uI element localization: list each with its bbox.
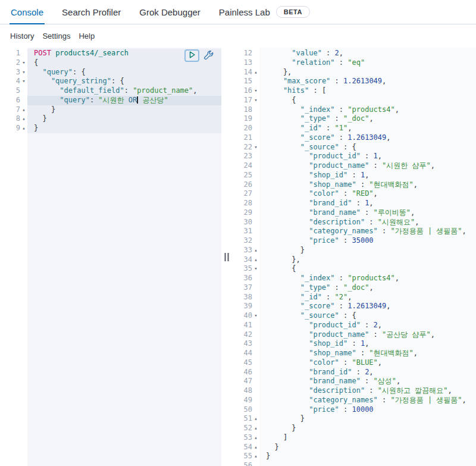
code-line[interactable]: 55▴}	[232, 452, 476, 461]
code-line[interactable]: 13"relation" : "eq"	[232, 58, 476, 68]
code-line[interactable]: 17▾{	[232, 96, 476, 105]
code-line[interactable]: 34▴},	[232, 255, 476, 265]
line-number: 22▾	[232, 143, 259, 152]
code-line[interactable]: 53▴]	[232, 433, 476, 443]
tab-painless-lab[interactable]: Painless Lab BETA	[218, 0, 311, 24]
code-text: "description" : "시원하고 깔끔해요",	[259, 386, 476, 396]
code-line[interactable]: 12"value" : 2,	[232, 49, 476, 58]
fold-toggle-icon[interactable]: ▾	[252, 264, 259, 274]
code-text: "_source" : {	[259, 311, 476, 321]
code-text: "color" : "BLUE",	[259, 358, 476, 368]
line-number: 21	[232, 133, 259, 143]
code-line[interactable]: 37"_type" : "_doc",	[232, 283, 476, 293]
request-options-button[interactable]	[202, 50, 214, 62]
code-line[interactable]: 30"description" : "시원해요",	[232, 218, 476, 227]
tab-console[interactable]: Console	[10, 0, 45, 24]
code-line[interactable]: 21"_score" : 1.2613049,	[232, 133, 476, 143]
fold-toggle-icon[interactable]: ▴	[252, 246, 259, 255]
response-viewer[interactable]: 11▾"total" : {12"value" : 2,13"relation"…	[232, 48, 476, 466]
fold-toggle-icon[interactable]: ▾	[252, 311, 259, 321]
code-line[interactable]: 28"brand_id" : 1,	[232, 199, 476, 208]
code-line[interactable]: 3▾"query": {	[0, 68, 221, 77]
code-line[interactable]: 27"color" : "RED",	[232, 189, 476, 199]
line-number: 4▾	[0, 77, 27, 86]
code-line[interactable]: 52▴}	[232, 424, 476, 433]
code-line[interactable]: 41"product_id" : 2,	[232, 321, 476, 330]
code-line[interactable]: 48"description" : "시원하고 깔끔해요",	[232, 386, 476, 396]
code-line[interactable]: 9▴}	[0, 124, 221, 133]
send-request-button[interactable]	[184, 49, 199, 62]
fold-toggle-icon[interactable]: ▴	[20, 105, 27, 115]
code-line[interactable]: 35▾{	[232, 264, 476, 274]
code-line[interactable]: 43"shop_id" : 1,	[232, 339, 476, 349]
code-line[interactable]: 20"_id" : "1",	[232, 124, 476, 133]
code-line[interactable]: 33▴}	[232, 246, 476, 255]
code-line[interactable]: 42"product_name" : "공산당 샴푸",	[232, 330, 476, 340]
dev-tools-console: Console Search Profiler Grok Debugger Pa…	[0, 0, 476, 466]
line-number: 30	[232, 218, 259, 227]
tab-painless-lab-label: Painless Lab	[219, 7, 270, 17]
code-line[interactable]: 51▴}	[232, 414, 476, 424]
code-line[interactable]: 50"price" : 10000	[232, 405, 476, 415]
tab-search-profiler-label: Search Profiler	[62, 7, 121, 17]
line-number: 41	[232, 321, 259, 330]
fold-toggle-icon[interactable]: ▴	[252, 414, 259, 424]
menu-help[interactable]: Help	[74, 29, 99, 43]
code-line[interactable]: 14▴},	[232, 68, 476, 77]
menu-settings[interactable]: Settings	[38, 29, 74, 43]
code-line[interactable]: 36"_index" : "products4",	[232, 274, 476, 283]
pane-splitter[interactable]	[221, 48, 232, 466]
code-line[interactable]: 25"shop_id" : 1,	[232, 171, 476, 180]
code-line[interactable]: 49"category_names" : "가정용품 | 생필품",	[232, 396, 476, 405]
code-line[interactable]: 6"query": "시원한 OR 공산당"	[0, 96, 221, 105]
fold-toggle-icon[interactable]: ▾	[20, 77, 27, 86]
code-line[interactable]: 7▴}	[0, 105, 221, 115]
fold-toggle-icon[interactable]: ▾	[252, 143, 259, 152]
code-line[interactable]: 29"brand_name" : "루이비똥",	[232, 208, 476, 218]
fold-toggle-icon[interactable]: ▴	[252, 255, 259, 265]
fold-toggle-icon[interactable]: ▴	[252, 452, 259, 461]
line-number: 3▾	[0, 68, 27, 77]
fold-toggle-icon[interactable]: ▾	[20, 68, 27, 77]
code-line[interactable]: 16▾"hits" : [	[232, 86, 476, 96]
code-line[interactable]: 8▴}	[0, 114, 221, 124]
code-line[interactable]: 24"product_name" : "시원한 샴푸",	[232, 161, 476, 171]
fold-toggle-icon[interactable]: ▴	[20, 114, 27, 124]
code-line[interactable]: 4▾"query_string": {	[0, 77, 221, 86]
tab-search-profiler[interactable]: Search Profiler	[61, 0, 122, 24]
code-line[interactable]: 56	[232, 461, 476, 466]
code-line[interactable]: 54▴}	[232, 443, 476, 452]
code-line[interactable]: 18"_index" : "products4",	[232, 105, 476, 115]
fold-toggle-icon[interactable]: ▴	[252, 433, 259, 443]
tab-grok-debugger[interactable]: Grok Debugger	[138, 0, 202, 24]
code-line[interactable]: 46"brand_id" : 2,	[232, 368, 476, 377]
code-line[interactable]: 22▾"_source" : {	[232, 143, 476, 152]
line-number: 1	[0, 49, 27, 58]
fold-toggle-icon[interactable]: ▾	[20, 58, 27, 68]
code-line[interactable]: 40▾"_source" : {	[232, 311, 476, 321]
code-line[interactable]: 26"shop_name" : "현대백화점",	[232, 180, 476, 190]
code-line[interactable]: 47"brand_name" : "삼성",	[232, 377, 476, 386]
code-line[interactable]: 15"max_score" : 1.2613049,	[232, 77, 476, 86]
console-workspace: 1POST products4/_search2▾{3▾"query": {4▾…	[0, 48, 476, 466]
fold-toggle-icon[interactable]: ▴	[252, 68, 259, 77]
code-line[interactable]: 45"color" : "BLUE",	[232, 358, 476, 368]
code-line[interactable]: 5"default_field": "product_name",	[0, 86, 221, 96]
line-number: 44	[232, 349, 259, 358]
code-line[interactable]: 32"price" : 35000	[232, 236, 476, 246]
code-line[interactable]: 44"shop_name" : "현대백화점",	[232, 349, 476, 358]
code-line[interactable]: 23"product_id" : 1,	[232, 152, 476, 161]
fold-toggle-icon[interactable]: ▴	[20, 124, 27, 133]
code-text: "product_name" : "공산당 샴푸",	[259, 330, 476, 340]
code-line[interactable]: 38"_id" : "2",	[232, 293, 476, 302]
request-editor[interactable]: 1POST products4/_search2▾{3▾"query": {4▾…	[0, 48, 221, 466]
menu-history[interactable]: History	[6, 29, 38, 43]
fold-toggle-icon[interactable]: ▴	[252, 443, 259, 452]
code-line[interactable]: 19"_type" : "_doc",	[232, 114, 476, 124]
fold-toggle-icon[interactable]: ▾	[252, 86, 259, 96]
code-line[interactable]: 31"category_names" : "가정용품 | 생필품",	[232, 227, 476, 236]
code-line[interactable]: 39"_score" : 1.2613049,	[232, 302, 476, 311]
code-text: {	[259, 264, 476, 274]
fold-toggle-icon[interactable]: ▴	[252, 424, 259, 433]
fold-toggle-icon[interactable]: ▾	[252, 96, 259, 105]
